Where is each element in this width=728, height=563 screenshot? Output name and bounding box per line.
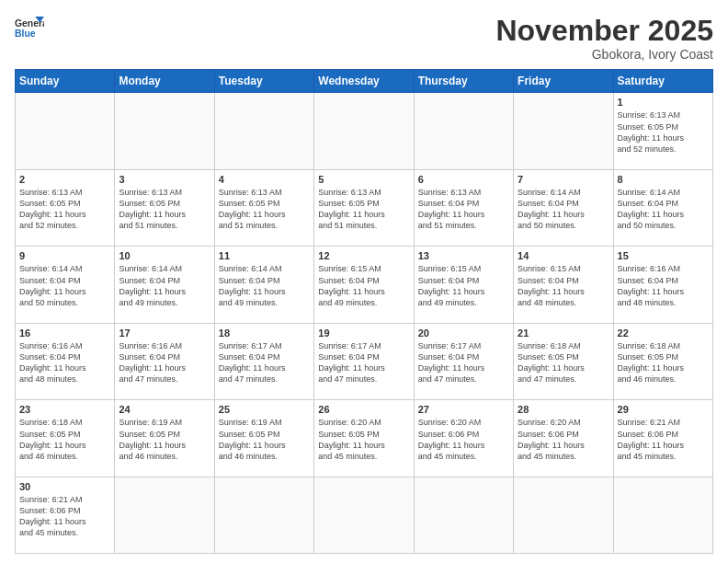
cell-info: Sunrise: 6:19 AMSunset: 6:05 PMDaylight:… — [119, 417, 210, 462]
date-number: 4 — [219, 173, 310, 186]
cell-info: Sunrise: 6:20 AMSunset: 6:05 PMDaylight:… — [318, 417, 409, 462]
cell-info: Sunrise: 6:15 AMSunset: 6:04 PMDaylight:… — [418, 263, 509, 308]
date-number: 20 — [418, 327, 509, 339]
table-row — [115, 477, 214, 553]
table-row: 1Sunrise: 6:13 AMSunset: 6:05 PMDaylight… — [613, 93, 712, 169]
header-monday: Monday — [115, 70, 214, 93]
table-row: 29Sunrise: 6:21 AMSunset: 6:06 PMDayligh… — [613, 400, 712, 477]
calendar-header-row: Sunday Monday Tuesday Wednesday Thursday… — [16, 70, 713, 93]
cell-info: Sunrise: 6:14 AMSunset: 6:04 PMDaylight:… — [518, 187, 609, 232]
cell-info: Sunrise: 6:21 AMSunset: 6:06 PMDaylight:… — [19, 494, 110, 539]
logo: General Blue — [15, 15, 44, 40]
table-row — [414, 477, 513, 553]
date-number: 6 — [418, 173, 509, 186]
cell-info: Sunrise: 6:20 AMSunset: 6:06 PMDaylight:… — [418, 417, 509, 462]
table-row: 6Sunrise: 6:13 AMSunset: 6:04 PMDaylight… — [414, 169, 513, 246]
table-row: 27Sunrise: 6:20 AMSunset: 6:06 PMDayligh… — [414, 400, 513, 477]
cell-info: Sunrise: 6:13 AMSunset: 6:05 PMDaylight:… — [219, 187, 310, 232]
header-tuesday: Tuesday — [214, 70, 313, 93]
cell-info: Sunrise: 6:18 AMSunset: 6:05 PMDaylight:… — [618, 340, 709, 385]
calendar-row: 30Sunrise: 6:21 AMSunset: 6:06 PMDayligh… — [16, 477, 713, 553]
table-row: 20Sunrise: 6:17 AMSunset: 6:04 PMDayligh… — [414, 323, 513, 399]
cell-info: Sunrise: 6:18 AMSunset: 6:05 PMDaylight:… — [19, 417, 110, 462]
date-number: 1 — [618, 96, 709, 109]
cell-info: Sunrise: 6:17 AMSunset: 6:04 PMDaylight:… — [418, 340, 509, 385]
table-row: 14Sunrise: 6:15 AMSunset: 6:04 PMDayligh… — [514, 247, 613, 323]
cell-info: Sunrise: 6:15 AMSunset: 6:04 PMDaylight:… — [318, 263, 409, 308]
table-row: 19Sunrise: 6:17 AMSunset: 6:04 PMDayligh… — [314, 323, 414, 399]
date-number: 12 — [318, 249, 409, 262]
header-friday: Friday — [514, 70, 613, 93]
date-number: 19 — [318, 327, 409, 339]
svg-text:Blue: Blue — [15, 29, 36, 39]
date-number: 9 — [19, 249, 110, 262]
table-row — [514, 477, 613, 553]
table-row: 21Sunrise: 6:18 AMSunset: 6:05 PMDayligh… — [514, 323, 613, 399]
cell-info: Sunrise: 6:14 AMSunset: 6:04 PMDaylight:… — [119, 263, 210, 308]
table-row — [16, 93, 115, 169]
table-row: 10Sunrise: 6:14 AMSunset: 6:04 PMDayligh… — [115, 247, 214, 323]
header: General Blue November 2025 Gbokora, Ivor… — [15, 15, 713, 62]
cell-info: Sunrise: 6:20 AMSunset: 6:06 PMDaylight:… — [518, 417, 609, 462]
table-row: 17Sunrise: 6:16 AMSunset: 6:04 PMDayligh… — [115, 323, 214, 399]
cell-info: Sunrise: 6:17 AMSunset: 6:04 PMDaylight:… — [318, 340, 409, 385]
cell-info: Sunrise: 6:18 AMSunset: 6:05 PMDaylight:… — [518, 340, 609, 385]
table-row — [414, 93, 513, 169]
date-number: 18 — [219, 327, 310, 339]
cell-info: Sunrise: 6:14 AMSunset: 6:04 PMDaylight:… — [618, 187, 709, 232]
cell-info: Sunrise: 6:13 AMSunset: 6:05 PMDaylight:… — [119, 187, 210, 232]
date-number: 30 — [19, 480, 110, 493]
date-number: 5 — [318, 173, 409, 186]
table-row — [214, 477, 313, 553]
location: Gbokora, Ivory Coast — [495, 47, 713, 62]
month-title: November 2025 — [495, 15, 713, 47]
header-thursday: Thursday — [414, 70, 513, 93]
cell-info: Sunrise: 6:14 AMSunset: 6:04 PMDaylight:… — [19, 263, 110, 308]
logo-icon: General Blue — [15, 15, 44, 40]
cell-info: Sunrise: 6:13 AMSunset: 6:05 PMDaylight:… — [618, 109, 709, 155]
table-row: 16Sunrise: 6:16 AMSunset: 6:04 PMDayligh… — [16, 323, 115, 399]
cell-info: Sunrise: 6:13 AMSunset: 6:05 PMDaylight:… — [318, 187, 409, 232]
table-row — [613, 477, 712, 553]
date-number: 3 — [119, 173, 210, 186]
table-row: 4Sunrise: 6:13 AMSunset: 6:05 PMDaylight… — [214, 169, 313, 246]
table-row: 23Sunrise: 6:18 AMSunset: 6:05 PMDayligh… — [16, 400, 115, 477]
table-row: 28Sunrise: 6:20 AMSunset: 6:06 PMDayligh… — [514, 400, 613, 477]
calendar-row: 23Sunrise: 6:18 AMSunset: 6:05 PMDayligh… — [16, 400, 713, 477]
header-wednesday: Wednesday — [314, 70, 414, 93]
date-number: 2 — [19, 173, 110, 186]
calendar-row: 9Sunrise: 6:14 AMSunset: 6:04 PMDaylight… — [16, 247, 713, 323]
table-row: 7Sunrise: 6:14 AMSunset: 6:04 PMDaylight… — [514, 169, 613, 246]
cell-info: Sunrise: 6:14 AMSunset: 6:04 PMDaylight:… — [219, 263, 310, 308]
date-number: 7 — [518, 173, 609, 186]
cell-info: Sunrise: 6:16 AMSunset: 6:04 PMDaylight:… — [119, 340, 210, 385]
table-row: 26Sunrise: 6:20 AMSunset: 6:05 PMDayligh… — [314, 400, 414, 477]
cell-info: Sunrise: 6:16 AMSunset: 6:04 PMDaylight:… — [618, 263, 709, 308]
table-row: 8Sunrise: 6:14 AMSunset: 6:04 PMDaylight… — [613, 169, 712, 246]
calendar-table: Sunday Monday Tuesday Wednesday Thursday… — [15, 69, 713, 554]
date-number: 26 — [318, 403, 409, 416]
cell-info: Sunrise: 6:13 AMSunset: 6:05 PMDaylight:… — [19, 187, 110, 232]
date-number: 17 — [119, 327, 210, 339]
table-row: 15Sunrise: 6:16 AMSunset: 6:04 PMDayligh… — [613, 247, 712, 323]
header-saturday: Saturday — [613, 70, 712, 93]
date-number: 16 — [19, 327, 110, 339]
date-number: 14 — [518, 249, 609, 262]
table-row — [214, 93, 313, 169]
table-row — [314, 477, 414, 553]
page: General Blue November 2025 Gbokora, Ivor… — [0, 0, 728, 563]
cell-info: Sunrise: 6:17 AMSunset: 6:04 PMDaylight:… — [219, 340, 310, 385]
title-block: November 2025 Gbokora, Ivory Coast — [495, 15, 713, 62]
cell-info: Sunrise: 6:21 AMSunset: 6:06 PMDaylight:… — [618, 417, 709, 462]
table-row — [514, 93, 613, 169]
date-number: 29 — [618, 403, 709, 416]
table-row: 25Sunrise: 6:19 AMSunset: 6:05 PMDayligh… — [214, 400, 313, 477]
cell-info: Sunrise: 6:16 AMSunset: 6:04 PMDaylight:… — [19, 340, 110, 385]
date-number: 28 — [518, 403, 609, 416]
date-number: 15 — [618, 249, 709, 262]
table-row: 30Sunrise: 6:21 AMSunset: 6:06 PMDayligh… — [16, 477, 115, 553]
cell-info: Sunrise: 6:15 AMSunset: 6:04 PMDaylight:… — [518, 263, 609, 308]
date-number: 27 — [418, 403, 509, 416]
date-number: 22 — [618, 327, 709, 339]
header-sunday: Sunday — [16, 70, 115, 93]
